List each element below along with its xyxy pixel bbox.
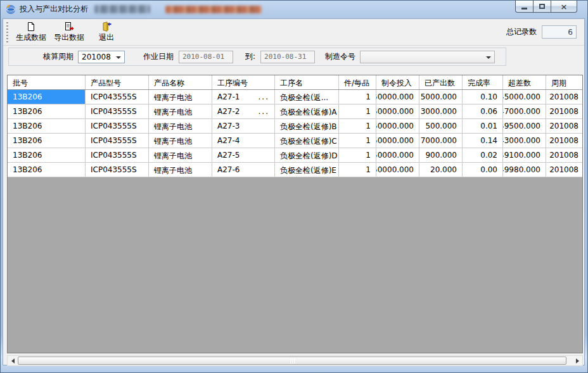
table-cell[interactable]: 50000.000 (376, 104, 419, 118)
table-cell[interactable]: 1 (339, 163, 376, 177)
table-cell[interactable]: 13B206 (8, 148, 86, 162)
toolbar-gripper[interactable] (6, 22, 8, 42)
mfg-order-combobox[interactable] (360, 51, 495, 63)
table-cell[interactable]: 20.000 (419, 163, 463, 177)
table-cell[interactable]: A27-4 (212, 134, 275, 148)
table-cell[interactable]: 50000.000 (376, 163, 419, 177)
table-cell[interactable]: 50000.000 (376, 90, 419, 104)
table-cell[interactable]: 1 (339, 148, 376, 162)
table-cell[interactable]: 13B206 (8, 90, 86, 104)
generate-data-button[interactable]: 生成数据 (12, 20, 50, 45)
table-cell[interactable]: 13B206 (8, 119, 86, 133)
table-cell[interactable]: A27-2... (212, 104, 275, 118)
table-row[interactable]: 13B206ICP043555S锂离子电池A27-6负极全检(返修)E15000… (8, 163, 582, 177)
table-cell[interactable]: ICP043555S (86, 90, 149, 104)
table-cell[interactable]: 0.10 (463, 90, 503, 104)
table-cell[interactable]: 0.02 (463, 148, 503, 162)
table-cell[interactable]: 0.06 (463, 104, 503, 118)
table-cell[interactable]: 5000.000 (419, 90, 463, 104)
date-to-field[interactable]: 2010-08-31 (260, 51, 315, 63)
table-cell[interactable]: 50000.000 (376, 134, 419, 148)
period-combobox[interactable]: 201008 (78, 51, 125, 63)
column-header-1[interactable]: 产品型号 (86, 75, 149, 89)
table-cell[interactable]: 负极全检(返修)E (275, 163, 339, 177)
table-cell[interactable]: 锂离子电池 (149, 104, 212, 118)
exit-button[interactable]: 退出 (88, 20, 125, 45)
table-cell[interactable]: -45000.000 (503, 90, 546, 104)
table-cell[interactable]: 201008 (546, 104, 583, 118)
table-cell[interactable]: 1 (339, 104, 376, 118)
scrollbar-track[interactable] (18, 356, 572, 365)
column-header-5[interactable]: 件/每品 (339, 75, 376, 89)
column-header-4[interactable]: 工序名 (275, 75, 339, 89)
table-cell[interactable]: 负极全检(返修)C (275, 134, 339, 148)
table-cell[interactable]: 负极全检(返... (275, 90, 339, 104)
table-cell[interactable]: 900.000 (419, 148, 463, 162)
table-cell[interactable]: 0.14 (463, 134, 503, 148)
table-cell[interactable]: 负极全检(返修)A (275, 104, 339, 118)
table-cell[interactable]: 201008 (546, 148, 583, 162)
table-row[interactable]: 13B206ICP043555S锂离子电池A27-3负极全检(返修)B15000… (8, 119, 582, 134)
table-cell[interactable]: 7000.000 (419, 134, 463, 148)
table-cell[interactable]: 1 (339, 134, 376, 148)
table-cell[interactable]: A27-6 (212, 163, 275, 177)
table-cell[interactable]: 锂离子电池 (149, 90, 212, 104)
table-cell[interactable]: 201008 (546, 119, 583, 133)
table-cell[interactable]: -43000.000 (503, 134, 546, 148)
table-row[interactable]: 13B206ICP043555S锂离子电池A27-2...负极全检(返修)A15… (8, 104, 582, 119)
table-cell[interactable]: -47000.000 (503, 104, 546, 118)
table-cell[interactable]: -49100.000 (503, 148, 546, 162)
table-cell[interactable]: ICP043555S (86, 163, 149, 177)
table-cell[interactable]: 1 (339, 90, 376, 104)
table-cell[interactable]: 锂离子电池 (149, 134, 212, 148)
table-cell[interactable]: A27-1... (212, 90, 275, 104)
table-cell[interactable]: 0.00 (463, 163, 503, 177)
minimize-button[interactable] (515, 1, 534, 13)
table-cell[interactable]: 锂离子电池 (149, 148, 212, 162)
table-cell[interactable]: -49500.000 (503, 119, 546, 133)
table-cell[interactable]: 13B206 (8, 163, 86, 177)
column-header-3[interactable]: 工序编号 (212, 75, 275, 89)
table-cell[interactable]: 负极全检(返修)D (275, 148, 339, 162)
scroll-left-button[interactable] (8, 356, 18, 365)
scrollbar-thumb[interactable] (18, 357, 566, 365)
column-header-7[interactable]: 已产出数 (419, 75, 463, 89)
table-cell[interactable]: -49980.000 (503, 163, 546, 177)
column-header-10[interactable]: 周期 (546, 75, 583, 89)
table-row[interactable]: 13B206ICP043555S锂离子电池A27-4负极全检(返修)C15000… (8, 134, 582, 148)
table-cell[interactable]: 201008 (546, 90, 583, 104)
title-bar[interactable]: 投入与产出对比分析 × (1, 1, 587, 18)
table-cell[interactable]: ICP043555S (86, 104, 149, 118)
table-cell[interactable]: 13B206 (8, 134, 86, 148)
column-header-8[interactable]: 完成率 (463, 75, 503, 89)
table-cell[interactable]: 负极全检(返修)B (275, 119, 339, 133)
table-cell[interactable]: ICP043555S (86, 119, 149, 133)
table-cell[interactable]: ICP043555S (86, 148, 149, 162)
maximize-button[interactable] (533, 1, 551, 13)
column-header-2[interactable]: 产品名称 (149, 75, 212, 89)
table-cell[interactable]: 锂离子电池 (149, 119, 212, 133)
table-row[interactable]: 13B206ICP043555S锂离子电池A27-5负极全检(返修)D15000… (8, 148, 582, 163)
table-cell[interactable]: A27-3 (212, 119, 275, 133)
table-row[interactable]: 13B206ICP043555S锂离子电池A27-1...负极全检(返...15… (8, 90, 582, 104)
table-cell[interactable]: ICP043555S (86, 134, 149, 148)
column-header-6[interactable]: 制令投入 (376, 75, 419, 89)
table-cell[interactable]: 0.01 (463, 119, 503, 133)
table-cell[interactable]: 3000.000 (419, 104, 463, 118)
table-cell[interactable]: 1 (339, 119, 376, 133)
horizontal-scrollbar[interactable] (7, 355, 583, 366)
table-cell[interactable]: 锂离子电池 (149, 163, 212, 177)
export-data-button[interactable]: 导出数据 (50, 20, 88, 45)
table-cell[interactable]: 50000.000 (376, 119, 419, 133)
table-cell[interactable]: 201008 (546, 134, 583, 148)
table-cell[interactable]: A27-5 (212, 148, 275, 162)
scroll-right-button[interactable] (572, 356, 582, 365)
table-cell[interactable]: 50000.000 (376, 148, 419, 162)
table-cell[interactable]: 201008 (546, 163, 583, 177)
column-header-0[interactable]: 批号 (8, 75, 86, 89)
table-cell[interactable]: 500.000 (419, 119, 463, 133)
close-button[interactable]: × (551, 1, 577, 13)
column-header-9[interactable]: 超差数 (503, 75, 546, 89)
table-cell[interactable]: 13B206 (8, 104, 86, 118)
date-from-field[interactable]: 2010-08-01 (179, 51, 233, 63)
